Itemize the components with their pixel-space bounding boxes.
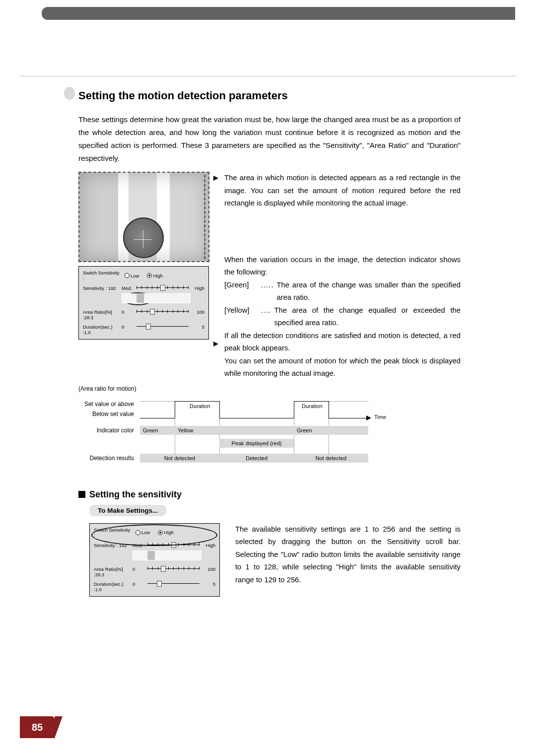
- indicator-green-key: [Green]: [224, 279, 261, 304]
- result-not-detected-1: Not detected: [140, 454, 219, 463]
- sens-slider-2[interactable]: [147, 545, 200, 545]
- duration-max-2: 5: [201, 578, 215, 587]
- square-bullet-icon: [78, 491, 85, 498]
- sens-min-2: Med.: [133, 540, 145, 548]
- results-row-label: Detection results: [72, 455, 134, 462]
- duration-min: 0: [122, 321, 134, 330]
- time-axis-label: Time: [374, 414, 386, 420]
- area-min: 0: [122, 306, 134, 315]
- area-max-2: 100: [201, 563, 215, 572]
- sens-slider[interactable]: [136, 287, 189, 288]
- arrow-right-icon: [213, 176, 218, 181]
- peak-paragraph-1: If all the detection conditions are sati…: [224, 330, 461, 355]
- duration-tag-2: Duration: [302, 403, 323, 409]
- radio-low-2[interactable]: Low: [135, 530, 150, 535]
- switch-sens-label: Switch Sensitivity :: [83, 270, 122, 281]
- sens-max-2: High: [201, 540, 215, 548]
- arrow-right-icon: [366, 415, 371, 420]
- duration-slider-2[interactable]: [147, 583, 200, 584]
- to-make-settings-pill: To Make Settings...: [89, 505, 166, 516]
- sens-min: Med.: [122, 282, 134, 291]
- radio-high-2[interactable]: High: [158, 530, 174, 535]
- settings-panel: Switch Sensitivity : Low High Sensitivit…: [78, 266, 209, 340]
- red-rect-paragraph: The area in which motion is detected app…: [224, 172, 461, 210]
- sub-heading: Setting the sensitivity: [78, 489, 461, 500]
- peak-paragraph-2: You can set the amount of motion for whi…: [224, 355, 461, 380]
- row-below: Below set value: [72, 409, 134, 419]
- row-set-above: Set value or above: [72, 399, 134, 409]
- indicator-intro: When the variation occurs in the image, …: [224, 254, 461, 279]
- sens-value-label-2: Sensitivity : 192: [94, 540, 133, 548]
- divider: [20, 76, 516, 76]
- settings-panel-2: Switch Sensitivity : Low High Sensitivit…: [89, 523, 220, 597]
- section-bullet-icon: [64, 87, 75, 100]
- indicator-yellow-key: [Yellow]: [224, 304, 261, 330]
- arrow-right-icon: [213, 342, 218, 346]
- radio-high[interactable]: High: [147, 273, 163, 278]
- timing-diagram: Set value or above Below set value: [72, 399, 374, 469]
- duration-label-2: Duration(sec.) :1.0: [94, 578, 133, 592]
- result-not-detected-2: Not detected: [294, 454, 368, 463]
- duration-max: 5: [191, 321, 204, 330]
- camera-preview-image: [78, 172, 209, 262]
- area-slider[interactable]: [136, 311, 189, 312]
- indicator-green-band-1: Green: [140, 426, 175, 435]
- duration-min-2: 0: [133, 578, 145, 587]
- switch-sens-label-2: Switch Sensitivity :: [94, 527, 133, 538]
- section-title-text: Setting the motion detection parameters: [78, 89, 288, 102]
- area-ratio-label-2: Area Ratio[%] :28.3: [94, 563, 133, 577]
- page-number: 85: [20, 716, 55, 738]
- sens-value-label: Sensitivity : 192: [83, 282, 122, 291]
- leader-dots: .....: [261, 279, 274, 304]
- indicator-yellow-val: The area of the change equalled or excee…: [274, 304, 461, 330]
- radio-low[interactable]: Low: [125, 273, 139, 278]
- area-max: 100: [191, 306, 204, 315]
- leader-dots: ....: [261, 304, 271, 330]
- area-min-2: 0: [133, 563, 145, 572]
- header-bar: [52, 7, 515, 20]
- detection-indicator-2: [133, 550, 201, 560]
- duration-tag-1: Duration: [190, 403, 210, 409]
- sens-max: High: [191, 282, 204, 291]
- indicator-yellow-band: Yellow: [175, 426, 294, 435]
- peak-band: Peak displayed (red): [219, 439, 294, 448]
- timing-y-title: (Area ratio for motion): [78, 385, 461, 392]
- sensitivity-paragraph: The available sensitivity settings are 1…: [235, 523, 461, 587]
- indicator-green-band-2: Green: [294, 426, 368, 435]
- section-title: Setting the motion detection parameters: [78, 89, 461, 102]
- area-ratio-label: Area Ratio[%] :28.3: [83, 306, 122, 320]
- area-slider-2[interactable]: [147, 568, 200, 569]
- intro-paragraph: These settings determine how great the v…: [78, 113, 461, 165]
- duration-label: Duration(sec.) :1.0: [83, 321, 122, 335]
- result-detected: Detected: [219, 454, 294, 463]
- indicator-row-label: Indicator color: [72, 427, 134, 434]
- detection-indicator: [122, 293, 191, 303]
- indicator-green-val: The area of the change was smaller than …: [277, 279, 461, 304]
- duration-slider[interactable]: [136, 326, 189, 327]
